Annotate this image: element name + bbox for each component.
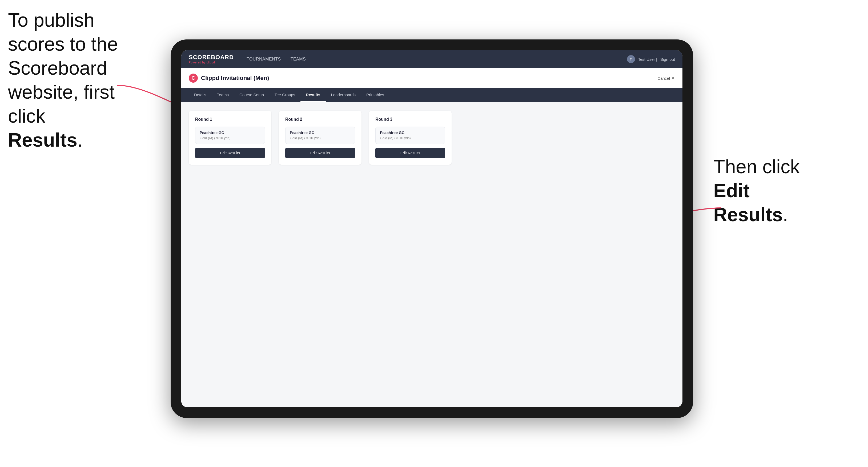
tournament-header: C Clippd Invitational (Men) Cancel ✕ [181, 68, 682, 88]
round-1-course-name: Peachtree GC [200, 131, 260, 135]
round-1-title: Round 1 [195, 117, 265, 122]
tab-details[interactable]: Details [189, 88, 212, 102]
top-nav: SCOREBOARD Powered by clippd TOURNAMENTS… [181, 50, 682, 68]
edit-results-button-1[interactable]: Edit Results [195, 148, 265, 158]
round-2-course-name: Peachtree GC [290, 131, 350, 135]
nav-links: TOURNAMENTS TEAMS [247, 56, 627, 63]
nav-signout[interactable]: Sign out [660, 57, 675, 62]
results-emphasis: Results [8, 129, 77, 151]
round-3-course-details: Gold (M) (7010 yds) [380, 136, 441, 140]
tab-course-setup[interactable]: Course Setup [234, 88, 269, 102]
tab-tee-groups[interactable]: Tee Groups [269, 88, 301, 102]
round-2-course-details: Gold (M) (7010 yds) [290, 136, 350, 140]
tablet-screen: SCOREBOARD Powered by clippd TOURNAMENTS… [181, 50, 682, 407]
tab-results[interactable]: Results [301, 88, 326, 102]
nav-user-text: Test User | [638, 57, 657, 62]
round-1-course-details: Gold (M) (7010 yds) [200, 136, 260, 140]
logo-text: SCOREBOARD [189, 54, 234, 60]
user-avatar: T [627, 55, 635, 63]
round-2-course-card: Peachtree GC Gold (M) (7010 yds) [285, 127, 355, 144]
round-card-3: Round 3 Peachtree GC Gold (M) (7010 yds)… [369, 111, 452, 165]
tournament-icon: C [189, 73, 198, 83]
tournament-title: Clippd Invitational (Men) [201, 75, 269, 82]
close-icon: ✕ [672, 76, 675, 81]
edit-results-button-3[interactable]: Edit Results [375, 148, 445, 158]
nav-tournaments[interactable]: TOURNAMENTS [247, 56, 281, 63]
rounds-container: Round 1 Peachtree GC Gold (M) (7010 yds)… [189, 111, 675, 165]
round-1-course-card: Peachtree GC Gold (M) (7010 yds) [195, 127, 265, 144]
tab-printables[interactable]: Printables [361, 88, 390, 102]
tab-teams[interactable]: Teams [212, 88, 234, 102]
instruction-right: Then click Edit Results. [713, 155, 825, 226]
round-3-title: Round 3 [375, 117, 445, 122]
logo-area: SCOREBOARD Powered by clippd [189, 54, 234, 64]
cancel-label: Cancel [657, 76, 670, 81]
nav-teams[interactable]: TEAMS [290, 56, 306, 63]
round-card-2: Round 2 Peachtree GC Gold (M) (7010 yds)… [279, 111, 362, 165]
tablet-frame: SCOREBOARD Powered by clippd TOURNAMENTS… [170, 39, 693, 418]
tab-leaderboards[interactable]: Leaderboards [326, 88, 361, 102]
round-2-title: Round 2 [285, 117, 355, 122]
sub-nav: Details Teams Course Setup Tee Groups Re… [181, 88, 682, 102]
round-3-course-card: Peachtree GC Gold (M) (7010 yds) [375, 127, 445, 144]
edit-results-button-2[interactable]: Edit Results [285, 148, 355, 158]
round-3-course-name: Peachtree GC [380, 131, 441, 135]
results-area: Round 1 Peachtree GC Gold (M) (7010 yds)… [181, 102, 682, 407]
cancel-button[interactable]: Cancel ✕ [657, 76, 675, 81]
round-card-1: Round 1 Peachtree GC Gold (M) (7010 yds)… [189, 111, 271, 165]
page-content: C Clippd Invitational (Men) Cancel ✕ Det… [181, 68, 682, 407]
nav-right: T Test User | Sign out [627, 55, 675, 63]
tournament-title-area: C Clippd Invitational (Men) [189, 73, 269, 83]
logo-sub: Powered by clippd [189, 61, 234, 64]
